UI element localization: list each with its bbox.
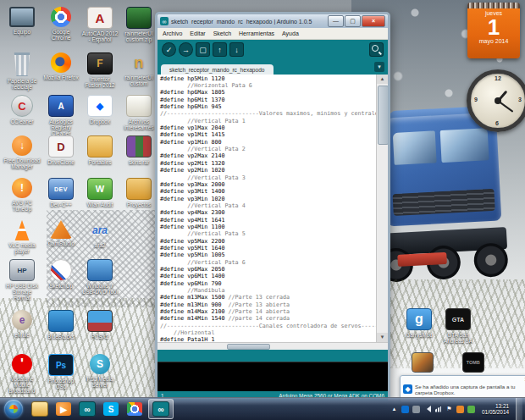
desktop-icon-autocad[interactable]: AutoCAD 2012 - Español xyxy=(81,7,119,42)
desktop-icon-folderlock[interactable]: Portables xyxy=(81,135,119,165)
icon-label: rainmeterUI custom xyxy=(120,75,158,86)
desktop-icon-ccleaner[interactable]: CCleaner xyxy=(3,95,41,124)
desktop-icon-rainzip[interactable]: rainmeterUI custom.zip xyxy=(120,7,158,42)
desktop-icon-emule[interactable]: eMule xyxy=(3,310,41,338)
desktop-icon-equipo[interactable]: Equipo xyxy=(3,7,41,35)
start-button[interactable] xyxy=(4,400,23,418)
vertical-scroll-thumb[interactable] xyxy=(378,86,388,145)
code-editor[interactable]: #define hp5Min 1120 //Horizontal Pata 6#… xyxy=(158,75,388,343)
desktop-icon-ps3ms[interactable]: PS3 Media Server xyxy=(81,354,119,388)
taskbar-chrome[interactable] xyxy=(124,400,145,418)
menu-herramientas[interactable]: Herramientas xyxy=(239,30,274,36)
taskbar-skype[interactable]: S xyxy=(101,400,121,418)
desktop-icon-avg[interactable]: AVG PC TuneUp xyxy=(3,178,41,212)
desktop-icon-goldn[interactable]: rainmeterUI custom xyxy=(120,52,158,86)
toolbar: ✓ → ▢ ↑ ↓ xyxy=(158,40,388,59)
desktop-icon-sketchup[interactable]: SketchUp xyxy=(42,259,80,289)
desktop-icon-rarbooks[interactable]: skins.rar xyxy=(120,135,158,165)
desktop-icon-chrome[interactable]: Google Chrome xyxy=(42,7,80,41)
vertical-scrollbar[interactable]: ▲ ▼ xyxy=(376,75,388,343)
desktop-icon-daemon[interactable]: DriveClone xyxy=(42,135,80,165)
clock-pivot xyxy=(495,97,501,104)
equipo-icon xyxy=(9,7,35,27)
desktop-icon-vodafone[interactable]: Vodafone Mobile Broadband xyxy=(3,354,41,394)
tab-menu-icon[interactable]: ▾ xyxy=(374,62,384,72)
tray-dropbox-icon[interactable] xyxy=(401,406,409,413)
desktop-icon-fdm[interactable]: Free Download Manager xyxy=(3,135,41,169)
verify-icon[interactable]: ✓ xyxy=(162,42,176,57)
scroll-down-icon[interactable]: ▼ xyxy=(377,333,388,342)
code-text[interactable]: #define hp5Min 1120 //Horizontal Pata 6#… xyxy=(160,75,376,343)
menu-archivo[interactable]: Archivo xyxy=(163,30,182,36)
scroll-up-icon[interactable]: ▲ xyxy=(377,75,388,84)
desktop-icon-papelera[interactable]: Papelera de reciclaje xyxy=(3,52,41,90)
desktop-icon-devcpp[interactable]: Dev-C++ xyxy=(42,178,80,207)
tray-update-icon[interactable] xyxy=(467,406,475,413)
horizontal-scroll-thumb[interactable] xyxy=(227,344,270,350)
horizontal-scrollbar[interactable] xyxy=(158,342,388,350)
desktop-icon-ara[interactable]: ara2 xyxy=(81,220,119,248)
taskbar-explorer[interactable] xyxy=(30,400,50,418)
desktop-icon-goldfolder[interactable]: Proyectos xyxy=(120,178,158,207)
show-desktop-button[interactable] xyxy=(516,398,522,420)
tray-date: 01/05/2014 xyxy=(482,409,509,415)
desktop-icon-vlc[interactable]: VLC media player xyxy=(3,220,41,254)
desktop-icon-auslogics[interactable]: Auslogics Registry Cleaner xyxy=(42,95,80,136)
hpusb-icon xyxy=(9,259,35,281)
icon-label: Google Chrome xyxy=(42,29,80,41)
sketch-tab[interactable]: sketch_receptor_mando_rc_hexapodo xyxy=(161,64,274,75)
taskbar-arduino-active[interactable]: ∞ xyxy=(148,399,174,419)
clock-12: 12 xyxy=(495,75,501,81)
taskbar-media-player[interactable]: ▶ xyxy=(53,400,74,418)
tray-time: 13:21 xyxy=(482,403,509,409)
tray-app-icon[interactable] xyxy=(412,406,420,413)
serial-monitor-icon[interactable] xyxy=(369,42,384,57)
desktop-icon-photoshop[interactable]: Photoshop CS6 xyxy=(42,354,80,390)
desktop-icon-tent[interactable]: CamStudio xyxy=(42,220,80,246)
devcpp-icon xyxy=(48,178,74,200)
menu-sketch[interactable]: Sketch xyxy=(213,30,231,36)
win7usb-icon xyxy=(87,259,113,281)
desktop-icon-gmod[interactable]: GarrysMod xyxy=(401,308,438,338)
calendar-month: mayo 2014 xyxy=(467,38,520,44)
media-player-icon: ▶ xyxy=(56,402,71,416)
calendar-gadget[interactable]: jueves 1 mayo 2014 xyxy=(467,3,520,58)
tray-action-center-icon[interactable]: ⚑ xyxy=(445,406,453,413)
tray-expand-icon[interactable]: ▴ xyxy=(390,406,398,413)
desktop: EquipoGoogle ChromeAutoCAD 2012 - Españo… xyxy=(0,0,525,420)
clock-gadget[interactable]: 12 3 6 9 xyxy=(467,69,525,132)
close-button[interactable]: × xyxy=(362,15,385,27)
tray-avg-icon[interactable] xyxy=(456,406,464,413)
tray-volume-icon[interactable] xyxy=(423,406,431,413)
desktop-icon-win7usb[interactable]: Windows 7 USB-DVD Tool xyxy=(81,259,119,295)
rainzip-icon xyxy=(126,7,152,29)
menu-editar[interactable]: Editar xyxy=(190,30,205,36)
minimize-button[interactable]: — xyxy=(328,15,344,27)
desktop-icon-folderwhite[interactable]: Archivos interesantes xyxy=(120,95,158,130)
tray-clock[interactable]: 13:21 01/05/2014 xyxy=(482,403,509,415)
taskbar-arduino-pinned[interactable]: ∞ xyxy=(77,400,97,418)
desktop-icon-gta[interactable]: GTA San Andreas SA xyxy=(439,308,477,344)
taskbar: ▶ ∞ S ∞ ▴ ⚑ 13:21 01/05/2014 xyxy=(0,397,525,420)
new-sketch-icon[interactable]: ▢ xyxy=(196,42,210,57)
desktop-icon-hpusb[interactable]: HP USB Disk Storage Format xyxy=(3,259,41,301)
title-bar[interactable]: ∞ sketch_receptor_mando_rc_hexapodo | Ar… xyxy=(158,14,388,28)
icon-label: GarrysMod xyxy=(401,332,438,338)
desktop-icon-dropbox[interactable]: Dropbox xyxy=(81,95,119,124)
desktop-icon-wlan[interactable]: Wlan Audit xyxy=(81,178,119,207)
desktop-icon-pcsx2[interactable]: PCSX2 xyxy=(81,310,119,340)
save-icon[interactable]: ↓ xyxy=(229,42,244,57)
icon-label: Equipo xyxy=(3,29,41,35)
tray-network-icon[interactable] xyxy=(434,406,442,413)
open-icon[interactable]: ↑ xyxy=(213,42,227,57)
desktop-icon-bluestacks[interactable]: BlueStacks xyxy=(42,310,80,340)
desktop-icon-firefox[interactable]: Mozilla Firefox xyxy=(42,52,80,80)
console-output xyxy=(158,362,388,391)
poster-game-icon[interactable] xyxy=(412,352,434,373)
menu-ayuda[interactable]: Ayuda xyxy=(282,30,299,36)
tomb-game-icon[interactable] xyxy=(462,352,484,373)
desktop-icon-inventor[interactable]: Inventor Fusion 2012 xyxy=(81,52,119,88)
maximize-button[interactable]: ▢ xyxy=(345,15,361,27)
arduino-app-icon: ∞ xyxy=(160,17,169,25)
upload-icon[interactable]: → xyxy=(179,42,193,57)
